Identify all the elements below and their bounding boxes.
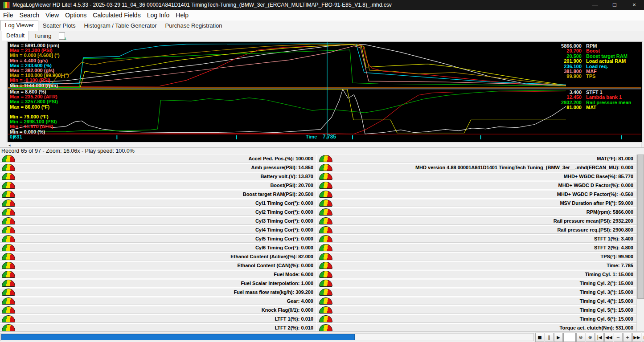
gauge-icon[interactable] bbox=[319, 173, 332, 180]
channel-row-ethanol-content-can[interactable]: Ethanol Content (CAN)(%): 0.000 bbox=[0, 261, 316, 269]
play-button[interactable]: ▶ bbox=[554, 333, 563, 342]
channel-row-torque-act-clutch-nm[interactable]: Torque act. clutch(Nm): 531.000 bbox=[317, 324, 636, 332]
menu-search[interactable]: Search bbox=[16, 11, 42, 20]
gauge-icon[interactable] bbox=[319, 235, 332, 242]
channel-row-fuel-mass-flow-rate-kg-h[interactable]: Fuel mass flow rate(kg/h): 309.200 bbox=[0, 288, 316, 296]
tab-histogram-table-generator[interactable]: Histogram / Table Generator bbox=[80, 21, 161, 31]
gauge-icon[interactable] bbox=[319, 200, 332, 207]
gauge-icon[interactable] bbox=[319, 297, 332, 305]
menu-options[interactable]: Options bbox=[62, 11, 90, 20]
gauge-icon[interactable] bbox=[2, 289, 15, 296]
step-forward-button[interactable]: + bbox=[623, 333, 632, 342]
channel-row-rail-pressure-req-psi[interactable]: Rail pressure req.(PSI): 2900.800 bbox=[317, 226, 636, 234]
zoom-out-button[interactable]: ⊖ bbox=[576, 333, 585, 342]
channel-row-mhd-version-4-88-00001a841d1401-timingtech-tuning-bmw-3er-mhd-ercan-mu[interactable]: MHD version 4.88 00001A841D1401 TimingTe… bbox=[317, 163, 636, 171]
channel-row-timing-cyl-6[interactable]: Timing Cyl. 6(°): 15.000 bbox=[317, 315, 636, 323]
view-tab-tuning[interactable]: Tuning bbox=[30, 32, 55, 41]
menu-log-info[interactable]: Log Info bbox=[144, 11, 173, 20]
channel-row-boost-psi[interactable]: Boost(PSI): 20.700 bbox=[0, 181, 316, 189]
gauge-icon[interactable] bbox=[2, 324, 15, 331]
menu-help[interactable]: Help bbox=[172, 11, 192, 20]
gauge-icon[interactable] bbox=[2, 182, 15, 189]
gauge-icon[interactable] bbox=[319, 324, 332, 331]
channel-row-time[interactable]: Time: 7.785 bbox=[317, 261, 636, 269]
channel-row-mat-f[interactable]: MAT(°F): 81.000 bbox=[317, 155, 636, 163]
rewind-button[interactable]: ◀◀ bbox=[604, 333, 613, 342]
gauge-icon[interactable] bbox=[319, 253, 332, 260]
gauge-icon[interactable] bbox=[2, 200, 15, 207]
gauge-icon[interactable] bbox=[319, 208, 332, 216]
channel-row-cyl3-timing-cor[interactable]: Cyl3 Timing Cor(°): 0.000 bbox=[0, 217, 316, 225]
gauge-icon[interactable] bbox=[2, 217, 15, 224]
skip-end-button[interactable]: ▶| bbox=[642, 333, 644, 342]
scroll-left-icon[interactable]: ◂ bbox=[8, 143, 11, 147]
fast-forward-button[interactable]: ▶▶ bbox=[632, 333, 641, 342]
channel-row-cyl6-timing-cor[interactable]: Cyl6 Timing Cor(°): 0.000 bbox=[0, 244, 316, 252]
channel-row-cyl1-timing-cor[interactable]: Cyl1 Timing Cor(°): 0.000 bbox=[0, 199, 316, 207]
channel-row-tps[interactable]: TPS(°): 99.900 bbox=[317, 252, 636, 261]
gauge-icon[interactable] bbox=[2, 306, 15, 314]
channel-row-boost-target-ram-psi[interactable]: Boost target RAM(PSI): 20.500 bbox=[0, 190, 316, 198]
gauge-icon[interactable] bbox=[2, 208, 15, 216]
channel-row-knock-flag-0-1[interactable]: Knock Flag(0/1): 0.000 bbox=[0, 306, 316, 314]
channel-row-timing-cyl-5[interactable]: Timing Cyl. 5(°): 15.000 bbox=[317, 306, 636, 314]
gauge-icon[interactable] bbox=[2, 235, 15, 242]
channel-row-msv-duration-after-pi[interactable]: MSV Duration after PI(°): 59.000 bbox=[317, 199, 636, 207]
speed-box[interactable] bbox=[563, 333, 576, 342]
gauge-icon[interactable] bbox=[2, 262, 15, 269]
tab-log-viewer[interactable]: Log Viewer bbox=[0, 20, 38, 31]
gauge-icon[interactable] bbox=[2, 173, 15, 180]
channel-row-gear[interactable]: Gear: 4.000 bbox=[0, 297, 316, 305]
channel-row-stft-2[interactable]: STFT 2(%): 4.800 bbox=[317, 244, 636, 252]
gauge-icon[interactable] bbox=[319, 306, 332, 314]
gauge-icon[interactable] bbox=[319, 271, 332, 278]
channel-row-ltft-2[interactable]: LTFT 2(%): 0.010 bbox=[0, 324, 316, 332]
gauge-icon[interactable] bbox=[2, 315, 15, 322]
gauge-icon[interactable] bbox=[2, 253, 15, 260]
channel-row-timing-cyl-1[interactable]: Timing Cyl. 1: 15.000 bbox=[317, 270, 636, 278]
channel-row-mhd-wgdc-p-factor[interactable]: MHD+ WGDC P Factor(%): -0.560 bbox=[317, 190, 636, 198]
channel-row-rpm-rpm[interactable]: RPM(rpm): 5866.000 bbox=[317, 208, 636, 216]
gauge-icon[interactable] bbox=[2, 280, 15, 287]
view-tab-default[interactable]: Default bbox=[2, 31, 29, 41]
gauge-icon[interactable] bbox=[319, 289, 332, 296]
stop-button[interactable]: ■ bbox=[535, 333, 544, 342]
gauge-icon[interactable] bbox=[319, 315, 332, 322]
channel-row-accel-ped-pos[interactable]: Accel Ped. Pos.(%): 100.000 bbox=[0, 155, 316, 163]
channel-row-ethanol-content-active[interactable]: Ethanol Content (Active)(%): 82.000 bbox=[0, 252, 316, 261]
gauge-icon[interactable] bbox=[2, 297, 15, 305]
pause-button[interactable]: ∥ bbox=[545, 333, 554, 342]
channel-row-timing-cyl-3[interactable]: Timing Cyl. 3(°): 15.000 bbox=[317, 288, 636, 296]
log-chart-area[interactable]: Max = 5991.000 (rpm)Max = 21.300 (PSI)Mi… bbox=[8, 42, 641, 142]
gauge-icon[interactable] bbox=[319, 217, 332, 224]
step-back-button[interactable]: − bbox=[614, 333, 623, 342]
zoom-in-button[interactable]: ⊕ bbox=[586, 333, 595, 342]
gauge-icon[interactable] bbox=[2, 164, 15, 171]
gauge-icon[interactable] bbox=[319, 155, 332, 162]
gauge-icon[interactable] bbox=[319, 262, 332, 269]
channel-row-mhd-wgdc-d-factor[interactable]: MHD+ WGDC D Factor(%): 0.000 bbox=[317, 181, 636, 189]
maximize-button[interactable]: □ bbox=[605, 0, 624, 10]
skip-start-button[interactable]: |◀ bbox=[595, 333, 604, 342]
timeline-scrollbar[interactable] bbox=[0, 333, 534, 341]
gauge-icon[interactable] bbox=[319, 280, 332, 287]
minimize-button[interactable]: — bbox=[585, 0, 605, 10]
gauge-icon[interactable] bbox=[2, 155, 15, 162]
menu-view[interactable]: View bbox=[42, 11, 62, 20]
channel-row-fuel-mode[interactable]: Fuel Mode: 6.000 bbox=[0, 270, 316, 278]
gauge-icon[interactable] bbox=[2, 191, 15, 198]
channel-row-mhd-wgdc-base[interactable]: MHD+ WGDC Base(%): 85.770 bbox=[317, 172, 636, 180]
channel-row-timing-cyl-4[interactable]: Timing Cyl. 4(°): 15.000 bbox=[317, 297, 636, 305]
channel-row-ltft-1[interactable]: LTFT 1(%): 0.010 bbox=[0, 315, 316, 323]
gauge-icon[interactable] bbox=[2, 244, 15, 251]
menu-calculated-fields[interactable]: Calculated Fields bbox=[90, 11, 144, 20]
data-vscrollbar-thumb[interactable] bbox=[637, 155, 644, 299]
timeline-scrollbar-thumb[interactable] bbox=[1, 334, 355, 340]
log-chart-panel[interactable]: Max = 5991.000 (rpm)Max = 21.300 (PSI)Mi… bbox=[7, 41, 643, 143]
menu-file[interactable]: File bbox=[0, 11, 16, 20]
gauge-icon[interactable] bbox=[2, 271, 15, 278]
channel-row-amb-pressure-psi[interactable]: Amb pressure(PSI): 14.850 bbox=[0, 163, 316, 171]
new-view-icon[interactable] bbox=[59, 33, 65, 40]
gauge-icon[interactable] bbox=[319, 244, 332, 251]
data-vscrollbar[interactable] bbox=[636, 155, 644, 331]
